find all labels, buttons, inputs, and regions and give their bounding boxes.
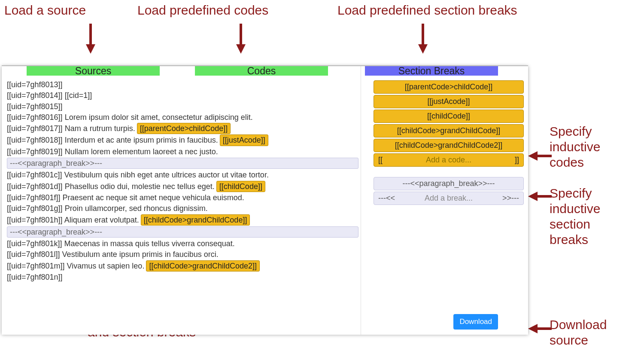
uid-label: [[uid=7ghf801k]] (7, 239, 62, 248)
download-button[interactable]: Download (453, 314, 498, 330)
line-text: Maecenas in massa quis tellus viverra co… (62, 239, 235, 248)
break-pill[interactable]: ---<<paragraph_break>>--- (374, 177, 524, 190)
add-break-input[interactable]: ---<<Add a break...>>--- (374, 192, 524, 205)
uid-label: [[uid=7ghf801m]] (7, 262, 65, 270)
tab-section-breaks[interactable]: Section Breaks (365, 66, 498, 76)
source-panel: [[uid=7ghf8013]][[uid=7ghf8014]] [[cid=1… (7, 79, 359, 283)
code-chip[interactable]: [[justAcode]] (220, 134, 268, 146)
annotation-load-source: Load a source (4, 3, 86, 18)
arrow-down-icon (418, 24, 428, 54)
uid-label: [[uid=7ghf801l]] (7, 250, 60, 259)
uid-label: [[uid=7ghf8013]] (7, 80, 63, 89)
arrow-left-icon (528, 151, 552, 161)
source-line: [[uid=7ghf8018]] Interdum et ac ante ips… (7, 134, 359, 146)
source-line: [[uid=7ghf8016]] Lorem ipsum dolor sit a… (7, 112, 359, 122)
code-pill[interactable]: [[justAcode]] (374, 95, 524, 108)
uid-label: [[uid=7ghf801f]] (7, 193, 61, 202)
paragraph-break[interactable]: ---<<paragraph_break>>--- (7, 226, 358, 238)
source-line: [[uid=7ghf801m]] Vivamus ut sapien leo.[… (7, 260, 359, 272)
uid-label: [[uid=7ghf8017]] (7, 124, 63, 133)
annotation-specify-codes: Specify inductive codes (550, 124, 600, 170)
line-text: Nam a rutrum turpis. (63, 124, 135, 133)
line-text: Interdum et ac ante ipsum primis in fauc… (63, 136, 218, 144)
line-text: Vestibulum ante ipsum primis in faucibus… (60, 250, 219, 259)
uid-label: [[uid=7ghf801g]] (7, 204, 63, 213)
bracket-left: ---<< (378, 194, 395, 203)
uid-label: [[uid=7ghf8019]] (7, 147, 63, 156)
source-line: [[uid=7ghf8015]] (7, 101, 359, 112)
line-text: Praesent ac neque sit amet neque vehicul… (61, 193, 244, 202)
annotation-specify-breaks: Specify inductive section breaks (550, 186, 600, 247)
placeholder-text: Add a code... (426, 156, 471, 165)
line-text: [[cid=1]] (63, 91, 92, 100)
source-line: [[uid=7ghf801f]] Praesent ac neque sit a… (7, 192, 359, 203)
code-pill[interactable]: [[childCode>grandChildCode]] (374, 124, 524, 137)
line-text: Nullam lorem elementum laoreet a nec jus… (63, 147, 218, 156)
code-pill[interactable]: [[childCode>grandChildCode2]] (374, 139, 524, 152)
code-chip[interactable]: [[childCode>grandChildCode2]] (146, 260, 260, 272)
annotation-load-codes: Load predefined codes (137, 3, 268, 18)
line-text: Proin ullamcorper, sed rhoncus dignissim… (63, 204, 208, 213)
line-text: Aliquam erat volutpat. (63, 216, 139, 224)
source-line: [[uid=7ghf8014]] [[cid=1]] (7, 90, 359, 101)
code-chip[interactable]: [[childCode>grandChildCode]] (141, 214, 250, 226)
annotation-download-source: Download source (550, 317, 607, 348)
source-line: [[uid=7ghf801k]] Maecenas in massa quis … (7, 238, 359, 249)
source-line: [[uid=7ghf801n]] (7, 272, 359, 282)
placeholder-text: Add a break... (425, 194, 473, 203)
arrow-down-icon (86, 24, 95, 54)
arrow-down-icon (236, 24, 246, 54)
source-line: [[uid=7ghf801l]] Vestibulum ante ipsum p… (7, 249, 359, 259)
source-line: [[uid=7ghf801c]] Vestibulum quis nibh eg… (7, 170, 359, 180)
side-panel: [[parentCode>childCode]][[justAcode]][[c… (374, 79, 524, 206)
uid-label: [[uid=7ghf8014]] (7, 91, 63, 100)
uid-label: [[uid=7ghf8018]] (7, 136, 63, 144)
annotation-load-breaks: Load predefined section breaks (337, 3, 517, 18)
app-frame: Sources Codes Section Breaks [[uid=7ghf8… (2, 66, 528, 335)
arrow-left-icon (528, 324, 552, 333)
line-text: Vivamus ut sapien leo. (65, 262, 145, 270)
paragraph-break[interactable]: ---<<paragraph_break>>--- (7, 158, 358, 169)
uid-label: [[uid=7ghf801d]] (7, 182, 63, 191)
tab-sources[interactable]: Sources (27, 66, 160, 76)
uid-label: [[uid=7ghf8015]] (7, 102, 63, 111)
source-line: [[uid=7ghf8013]] (7, 79, 359, 90)
source-line: [[uid=7ghf801g]] Proin ullamcorper, sed … (7, 203, 359, 214)
uid-label: [[uid=7ghf8016]] (7, 113, 63, 122)
uid-label: [[uid=7ghf801h]] (7, 216, 63, 224)
bracket-left: [[ (378, 156, 383, 165)
bracket-right: >>--- (502, 194, 519, 203)
code-pill[interactable]: [[childCode]] (374, 110, 524, 123)
source-line: [[uid=7ghf801h]] Aliquam erat volutpat.[… (7, 214, 359, 226)
line-text: Vestibulum quis nibh eget ante ultrices … (62, 171, 269, 179)
bracket-right: ]] (515, 156, 519, 165)
source-line: [[uid=7ghf801d]] Phasellus odio dui, mol… (7, 181, 359, 192)
panel-divider (361, 66, 361, 335)
line-text: Lorem ipsum dolor sit amet, consectetur … (63, 113, 253, 122)
line-text: Phasellus odio dui, molestie nec tellus … (63, 182, 215, 191)
source-line: [[uid=7ghf8019]] Nullam lorem elementum … (7, 147, 359, 157)
code-chip[interactable]: [[childCode]] (216, 181, 265, 192)
add-code-input[interactable]: [[Add a code...]] (374, 153, 524, 167)
uid-label: [[uid=7ghf801n]] (7, 273, 63, 281)
code-pill[interactable]: [[parentCode>childCode]] (374, 80, 524, 94)
tab-codes[interactable]: Codes (195, 66, 328, 76)
arrow-left-icon (528, 192, 552, 201)
uid-label: [[uid=7ghf801c]] (7, 171, 62, 179)
source-line: [[uid=7ghf8017]] Nam a rutrum turpis.[[p… (7, 123, 359, 134)
code-chip[interactable]: [[parentCode>childCode]] (137, 123, 231, 134)
